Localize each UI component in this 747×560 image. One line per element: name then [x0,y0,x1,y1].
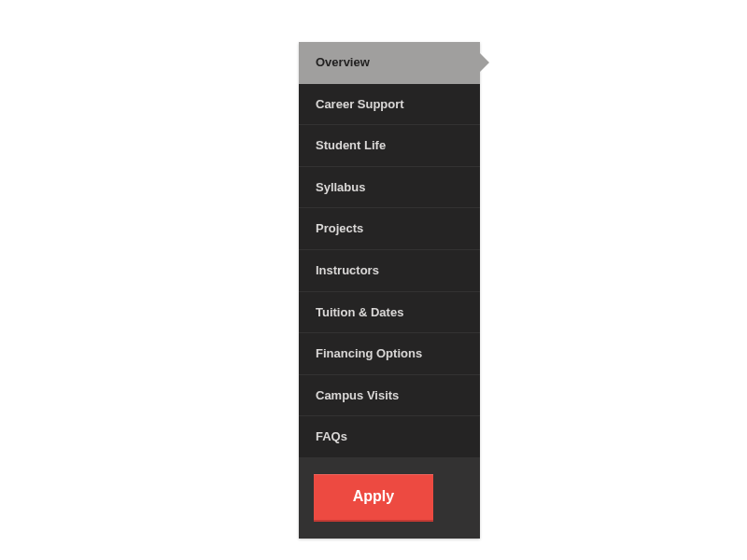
sidebar-item-label: Financing Options [316,346,422,360]
sidebar-item-projects[interactable]: Projects [299,208,480,250]
sidebar-item-instructors[interactable]: Instructors [299,250,480,292]
sidebar-item-faqs[interactable]: FAQs [299,416,480,457]
sidebar-item-label: Student Life [316,138,386,152]
sidebar-item-student-life[interactable]: Student Life [299,125,480,167]
sidebar-item-financing-options[interactable]: Financing Options [299,333,480,375]
sidebar-item-overview[interactable]: Overview [299,42,480,84]
sidebar-item-label: Instructors [316,263,379,277]
sidebar-item-label: Syllabus [316,180,365,194]
sidebar-item-label: Tuition & Dates [316,305,403,319]
sidebar-item-label: Career Support [316,97,404,111]
apply-section: Apply [299,457,480,539]
sidebar-nav-list: Overview Career Support Student Life Syl… [299,42,480,457]
sidebar-item-tuition-dates[interactable]: Tuition & Dates [299,292,480,334]
sidebar-item-label: FAQs [316,429,347,443]
sidebar-item-label: Campus Visits [316,388,399,402]
course-sidebar: Overview Career Support Student Life Syl… [299,42,480,539]
sidebar-item-campus-visits[interactable]: Campus Visits [299,375,480,417]
sidebar-item-label: Projects [316,221,363,235]
apply-button[interactable]: Apply [314,474,433,520]
sidebar-item-label: Overview [316,55,370,69]
sidebar-item-career-support[interactable]: Career Support [299,84,480,126]
sidebar-item-syllabus[interactable]: Syllabus [299,167,480,209]
